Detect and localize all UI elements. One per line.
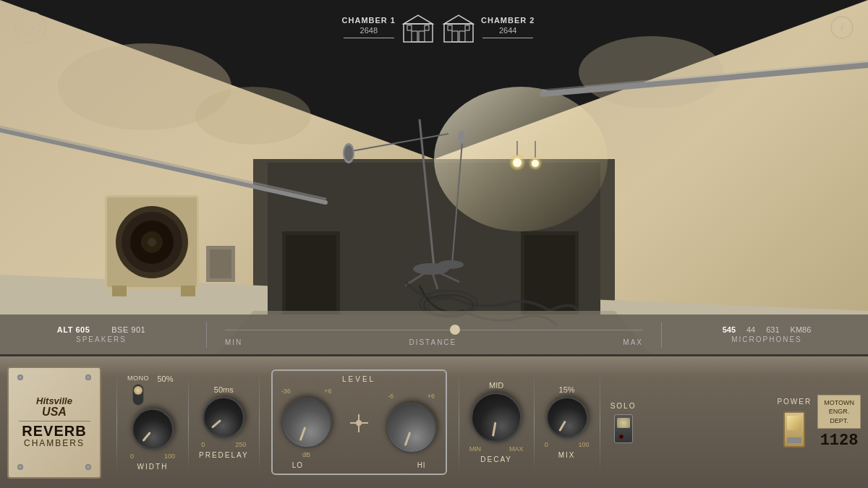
- brand-chambers: CHAMBERS: [24, 438, 85, 448]
- mic-option-km86[interactable]: KM86: [791, 325, 812, 334]
- solo-toggle[interactable]: [614, 414, 633, 443]
- mic-option-44[interactable]: 44: [746, 325, 755, 334]
- chamber-1-button[interactable]: CHAMBER 1 2648: [342, 16, 396, 38]
- svg-rect-57: [407, 25, 412, 30]
- mix-value: 15%: [554, 385, 579, 394]
- level-hi-knob[interactable]: [379, 395, 444, 461]
- decay-mid-label: MID: [484, 381, 509, 390]
- mono-toggle-dot: [134, 386, 142, 395]
- svg-point-43: [458, 131, 465, 144]
- chamber-1-icon: [400, 9, 436, 46]
- width-max: 100: [164, 453, 175, 460]
- level-title: LEVEL: [342, 375, 375, 383]
- power-base: [787, 437, 801, 443]
- level-hi-label: HI: [417, 461, 426, 469]
- mono-toggle-body[interactable]: [132, 384, 144, 406]
- level-hi-max: +6: [427, 393, 435, 400]
- width-knob[interactable]: [123, 400, 182, 459]
- mix-label: MIX: [558, 451, 576, 459]
- svg-marker-60: [444, 15, 473, 24]
- svg-rect-53: [404, 24, 433, 42]
- power-label: POWER: [777, 398, 812, 406]
- level-lo-group: -36 +6 dB: [281, 388, 332, 458]
- distance-thumb[interactable]: [450, 325, 460, 335]
- mix-min: 0: [545, 441, 548, 448]
- screw-bl: [17, 464, 23, 470]
- distance-min-label: MIN: [225, 338, 242, 346]
- predelay-control-group: 50ms 0 250 PREDELAY: [199, 385, 249, 459]
- speakers-section: ALT 605 BSE 901 SPEAKERS: [0, 322, 203, 346]
- panel-sep-2: [188, 372, 189, 473]
- speaker-option-alt605[interactable]: ALT 605: [57, 325, 90, 334]
- mic-option-545[interactable]: 545: [723, 325, 736, 334]
- motown-plate: MOTOWN ENGR. DEPT.: [817, 395, 861, 429]
- screw-br: [85, 464, 91, 470]
- brand-hitsville: Hitsville: [36, 396, 72, 406]
- panel-sep-1: [116, 372, 117, 473]
- solo-label: SOLO: [610, 402, 637, 410]
- width-min: 0: [130, 453, 134, 460]
- screw-tl: [17, 374, 23, 380]
- speaker-option-bse901[interactable]: BSE 901: [111, 325, 145, 334]
- svg-point-44: [438, 260, 464, 269]
- level-lo-unit: dB: [302, 451, 310, 458]
- mic-option-631[interactable]: 631: [766, 325, 779, 334]
- distance-max-label: MAX: [623, 338, 643, 346]
- decay-min: MIN: [469, 445, 482, 453]
- decay-label: DECAY: [480, 455, 512, 463]
- mics-divider: [661, 322, 662, 348]
- predelay-label: PREDELAY: [199, 451, 249, 459]
- motown-line1: MOTOWN: [824, 398, 854, 408]
- brand-reverb: REVERB: [22, 424, 86, 438]
- panel-sep-6: [600, 372, 600, 473]
- solo-led: [619, 435, 624, 439]
- decay-control-group: MID MIN MAX DECAY: [469, 381, 524, 463]
- level-lo-knob[interactable]: [274, 390, 339, 455]
- chamber-2-button[interactable]: CHAMBER 2 2644: [481, 16, 535, 38]
- predelay-max: 250: [235, 441, 246, 448]
- brand-divider: [19, 421, 90, 421]
- svg-rect-64: [465, 25, 469, 30]
- svg-rect-59: [444, 24, 473, 42]
- power-switch[interactable]: [783, 411, 805, 448]
- level-hi-group: -6 +6: [386, 393, 437, 453]
- svg-rect-63: [448, 25, 452, 30]
- predelay-min: 0: [201, 441, 205, 448]
- mix-knob[interactable]: [538, 389, 595, 446]
- level-lo-min: -36: [281, 388, 291, 395]
- motown-line2: ENGR.: [824, 407, 854, 416]
- decay-knob[interactable]: [467, 388, 526, 447]
- speakers-label: SPEAKERS: [76, 335, 127, 343]
- top-overlay: UA CHAMBER 1 2648: [0, 0, 868, 54]
- decay-max: MAX: [509, 445, 524, 453]
- svg-rect-56: [419, 31, 425, 42]
- distance-control: MIN DISTANCE MAX: [210, 320, 658, 349]
- mix-max: 100: [579, 441, 590, 448]
- serial-number: 1128: [820, 432, 859, 450]
- distance-track: [225, 330, 643, 330]
- svg-rect-55: [412, 31, 417, 42]
- svg-text:UA: UA: [25, 24, 35, 32]
- panel-sep-3: [259, 372, 260, 473]
- panel-sep-4: [459, 372, 459, 473]
- predelay-value: 50ms: [211, 385, 237, 394]
- brand-usa: USA: [42, 406, 67, 419]
- svg-point-20: [532, 160, 539, 167]
- info-button[interactable]: i: [830, 16, 854, 39]
- svg-point-67: [356, 420, 362, 426]
- svg-marker-54: [404, 15, 433, 24]
- width-value: 50%: [153, 374, 178, 383]
- level-cross-connector: [346, 411, 372, 436]
- level-section: LEVEL -36 +6 dB: [271, 369, 447, 475]
- mono-label: MONO: [127, 374, 149, 382]
- motown-line3: DEPT.: [824, 416, 854, 426]
- svg-rect-32: [112, 286, 127, 296]
- svg-point-31: [148, 238, 156, 247]
- svg-rect-50: [210, 249, 231, 278]
- predelay-knob[interactable]: [194, 388, 253, 448]
- mono-toggle[interactable]: MONO: [127, 374, 149, 406]
- svg-point-17: [513, 158, 522, 167]
- width-control-group: MONO 50% 0 100 WIDTH: [127, 374, 178, 471]
- svg-point-37: [344, 145, 353, 161]
- distance-label: DISTANCE: [409, 338, 456, 346]
